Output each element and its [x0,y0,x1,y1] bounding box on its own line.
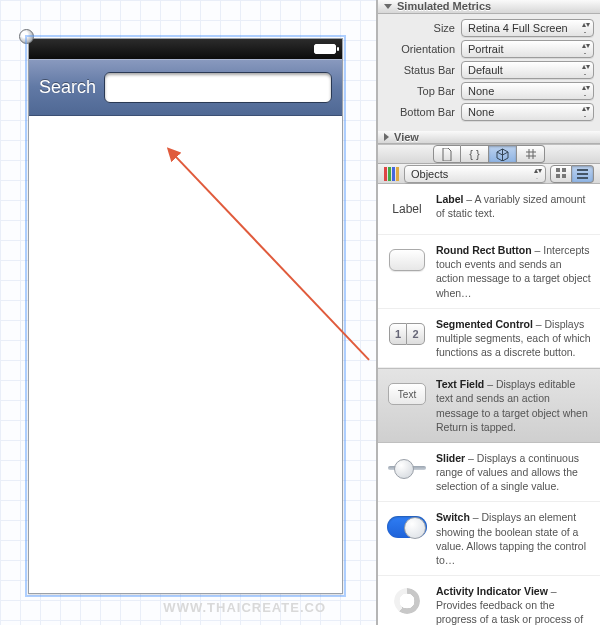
orientation-label: Orientation [384,43,455,55]
selection-outline [25,35,346,597]
chevron-updown-icon: ▴▾ [534,167,542,174]
library-item-label[interactable]: Label Label – A variably sized amount of… [378,184,600,235]
icon-view-button[interactable] [550,165,572,183]
navigation-bar[interactable]: Search [29,59,342,116]
chevron-updown-icon: ▴▾ [582,42,590,49]
chevron-updown-icon: ▴▾ [582,105,590,112]
orientation-popup[interactable]: Portrait ▴▾ [461,40,594,58]
grid-icon [556,168,567,179]
bottom-bar-label: Bottom Bar [384,106,455,118]
library-filter-bar: Objects ▴▾ [378,164,600,184]
top-bar-popup[interactable]: None ▴▾ [461,82,594,100]
svg-rect-7 [577,177,588,179]
segmented-control-icon: 12 [389,323,425,345]
slider-icon [388,461,426,475]
chevron-updown-icon: ▴▾ [582,21,590,28]
library-item-activity[interactable]: Activity Indicator View – Provides feedb… [378,576,600,625]
library-tab-bar: { } [378,144,600,164]
library-item-text: Activity Indicator View – Provides feedb… [436,584,592,625]
object-library-tab[interactable] [489,145,517,163]
library-item-segctl[interactable]: 12 Segmented Control – Displays multiple… [378,309,600,369]
svg-rect-2 [562,168,566,172]
library-item-slider[interactable]: Slider – Displays a continuous range of … [378,443,600,503]
status-bar-label: Status Bar [384,64,455,76]
bottom-bar-popup[interactable]: None ▴▾ [461,103,594,121]
object-library-list[interactable]: Label Label – A variably sized amount of… [378,184,600,625]
library-item-textfld[interactable]: Text Text Field – Displays editable text… [378,368,600,443]
library-item-text: Label – A variably sized amount of stati… [436,192,592,220]
list-icon [577,168,588,179]
library-item-button[interactable]: Round Rect Button – Intercepts touch eve… [378,235,600,309]
watermark-text: WWW.THAICREATE.CO [163,600,326,615]
media-library-tab[interactable] [517,145,545,163]
books-icon [384,167,400,181]
library-item-text: Switch – Displays an element showing the… [436,510,592,567]
disclosure-triangle-icon [384,133,389,141]
status-bar [29,39,342,59]
text-field-icon: Text [388,383,426,405]
activity-indicator-icon [394,588,420,614]
disclosure-triangle-icon [384,4,392,9]
svg-rect-5 [577,169,588,171]
library-item-icon: Text [386,377,428,411]
code-snippets-tab[interactable]: { } [461,145,489,163]
library-item-icon: Label [386,192,428,226]
svg-rect-1 [556,168,560,172]
chevron-updown-icon: ▴▾ [582,84,590,91]
library-item-switch[interactable]: Switch – Displays an element showing the… [378,502,600,576]
braces-icon: { } [469,148,479,160]
round-rect-button-icon [389,249,425,271]
top-bar-label: Top Bar [384,85,455,97]
label-icon: Label [392,202,421,216]
library-item-icon [386,584,428,618]
search-text-field[interactable] [104,72,332,103]
grid-icon [525,148,537,160]
simulated-metrics-section: Size Retina 4 Full Screen ▴▾ Orientation… [378,14,600,131]
svg-rect-4 [562,174,566,178]
view-section-header[interactable]: View [378,131,600,145]
size-label: Size [384,22,455,34]
svg-rect-6 [577,173,588,175]
document-icon [441,148,453,161]
svg-rect-3 [556,174,560,178]
interface-builder-canvas[interactable]: Search WWW.THAICREATE.CO [0,0,377,625]
size-popup[interactable]: Retina 4 Full Screen ▴▾ [461,19,594,37]
library-item-text: Round Rect Button – Intercepts touch eve… [436,243,592,300]
inspector-panel: Simulated Metrics Size Retina 4 Full Scr… [377,0,600,625]
chevron-updown-icon: ▴▾ [582,63,590,70]
list-view-button[interactable] [572,165,594,183]
search-label: Search [39,77,96,98]
simulated-metrics-header[interactable]: Simulated Metrics [378,0,600,14]
view-mode-segment [550,165,594,183]
file-templates-tab[interactable] [433,145,461,163]
library-category-popup[interactable]: Objects ▴▾ [404,165,546,183]
section-title: Simulated Metrics [397,0,491,12]
cube-icon [496,148,509,161]
switch-icon [387,516,427,538]
status-bar-popup[interactable]: Default ▴▾ [461,61,594,79]
iphone-simulator-view[interactable]: Search [28,38,343,594]
library-item-text: Slider – Displays a continuous range of … [436,451,592,494]
library-item-text: Segmented Control – Displays multiple se… [436,317,592,360]
battery-icon [314,44,336,54]
library-item-icon [386,510,428,544]
library-item-text: Text Field – Displays editable text and … [436,377,592,434]
library-item-icon: 12 [386,317,428,351]
section-title: View [394,131,419,143]
library-item-icon [386,451,428,485]
library-item-icon [386,243,428,277]
